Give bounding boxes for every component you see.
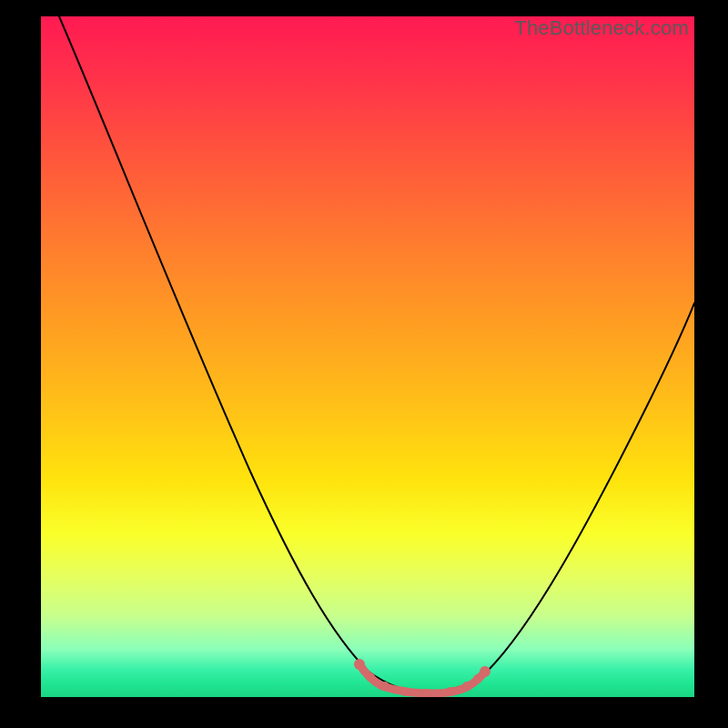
tolerance-dot <box>462 682 471 691</box>
bottleneck-curve <box>41 16 694 697</box>
tolerance-dot <box>354 659 365 670</box>
curve-left-branch <box>59 16 423 692</box>
tolerance-dot <box>380 682 389 691</box>
tolerance-dot <box>473 674 482 683</box>
chart-frame: TheBottleneck.com <box>0 0 728 728</box>
tolerance-dot <box>480 666 490 677</box>
tolerance-dot <box>446 687 455 696</box>
tolerance-dot <box>366 672 375 682</box>
tolerance-dot <box>400 687 410 696</box>
plot-area: TheBottleneck.com <box>41 16 694 697</box>
curve-right-branch <box>423 303 694 692</box>
